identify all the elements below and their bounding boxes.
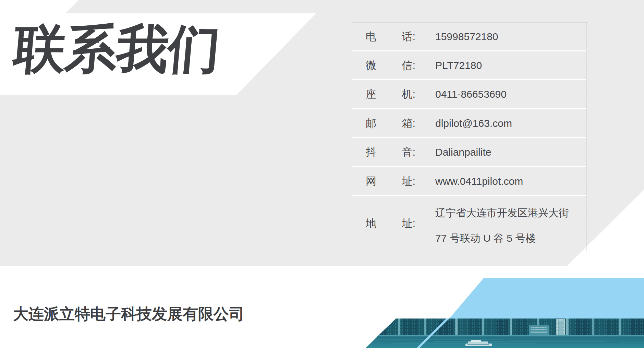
row-label: 邮 箱: xyxy=(352,109,430,137)
label-char: 址: xyxy=(402,174,415,189)
wechat-value: PLT72180 xyxy=(430,51,586,79)
phone-value: 15998572180 xyxy=(430,23,586,50)
table-row-douyin: 抖 音: Dalianpailite xyxy=(352,138,586,167)
label-char: 话: xyxy=(402,29,415,44)
table-row-phone: 电 话: 15998572180 xyxy=(352,23,586,51)
row-label: 网 址: xyxy=(352,167,430,195)
address-line-2: 77 号联动 U 谷 5 号楼 xyxy=(435,226,536,251)
label-char: 机: xyxy=(402,87,415,101)
label-char: 电 xyxy=(366,29,376,44)
label-char: 抖 xyxy=(366,145,376,159)
cityscape-photo xyxy=(366,319,644,348)
page-title: 联系我们 xyxy=(12,23,222,75)
label-char: 微 xyxy=(366,58,376,73)
label-char: 音: xyxy=(402,145,415,159)
label-char: 网 xyxy=(366,174,376,189)
row-label: 微 信: xyxy=(352,51,430,79)
label-char: 座 xyxy=(366,87,376,101)
row-label: 座 机: xyxy=(352,80,430,108)
label-char: 址: xyxy=(402,216,415,231)
table-row-landline: 座 机: 0411-86653690 xyxy=(352,80,586,109)
label-char: 信: xyxy=(402,58,415,73)
table-row-address: 地 址: 辽宁省大连市开发区港兴大街 77 号联动 U 谷 5 号楼 xyxy=(352,196,586,251)
row-label: 抖 音: xyxy=(352,138,430,166)
address-value: 辽宁省大连市开发区港兴大街 77 号联动 U 谷 5 号楼 xyxy=(430,196,586,251)
table-row-email: 邮 箱: dlpilot@163.com xyxy=(352,109,586,138)
row-label: 电 话: xyxy=(352,23,430,50)
label-char: 箱: xyxy=(402,116,415,131)
landline-value: 0411-86653690 xyxy=(430,80,586,108)
table-row-wechat: 微 信: PLT72180 xyxy=(352,51,586,80)
address-line-1: 辽宁省大连市开发区港兴大街 xyxy=(435,200,569,226)
row-label: 地 址: xyxy=(352,196,430,251)
contact-table: 电 话: 15998572180 微 信: PLT72180 座 机: 0411… xyxy=(352,22,587,251)
slide: 联系我们 电 话: 15998572180 微 信: PLT72180 座 机:… xyxy=(0,0,644,348)
email-value: dlpilot@163.com xyxy=(430,109,586,137)
company-name: 大连派立特电子科技发展有限公司 xyxy=(13,304,244,324)
label-char: 地 xyxy=(366,216,376,231)
label-char: 邮 xyxy=(366,116,376,131)
table-row-website: 网 址: www.0411pilot.com xyxy=(352,167,586,196)
website-value: www.0411pilot.com xyxy=(430,167,586,195)
douyin-value: Dalianpailite xyxy=(430,138,586,166)
